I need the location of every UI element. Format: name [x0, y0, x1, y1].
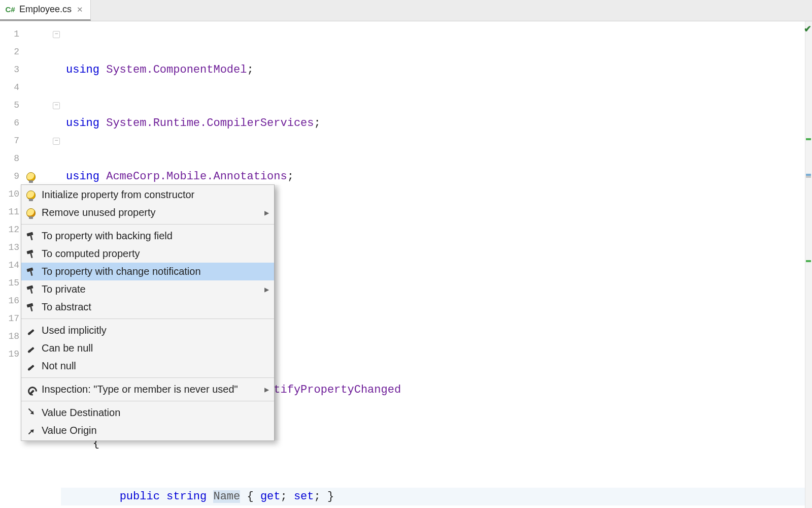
menu-item-label: To property with change notification: [42, 266, 201, 277]
menu-item[interactable]: Value Destination: [21, 404, 274, 422]
menu-item[interactable]: To abstract: [21, 298, 274, 316]
hammer-icon: [26, 267, 36, 276]
tab-bar: C# Employee.cs ✕: [0, 0, 812, 21]
menu-item[interactable]: To property with backing field: [21, 227, 274, 245]
keyword: public: [120, 490, 160, 503]
keyword: using: [66, 117, 99, 130]
pencil-icon: [26, 326, 36, 335]
menu-item-label: Value Origin: [42, 425, 97, 436]
line-number[interactable]: 14: [0, 257, 23, 274]
line-number[interactable]: 11: [0, 203, 23, 221]
line-number[interactable]: 12: [0, 221, 23, 239]
hammer-icon: [26, 232, 36, 241]
menu-separator: [21, 401, 274, 401]
file-tab[interactable]: C# Employee.cs ✕: [0, 0, 91, 21]
marker-strip[interactable]: ✔: [805, 21, 812, 508]
line-number[interactable]: 18: [0, 328, 23, 345]
marker[interactable]: [806, 176, 811, 178]
pencil-icon: [26, 344, 36, 353]
punct: ;: [247, 64, 253, 76]
menu-item-label: Initialize property from constructor: [42, 189, 194, 201]
line-number[interactable]: 19: [0, 345, 23, 363]
lightbulb-icon: [26, 190, 36, 200]
line-number[interactable]: 17: [0, 310, 23, 328]
punct: ;: [287, 170, 294, 183]
namespace: System.Runtime.CompilerServices: [106, 117, 314, 130]
line-number[interactable]: 15: [0, 274, 23, 292]
arrow-down-right-icon: [26, 408, 36, 418]
pencil-icon: [26, 362, 36, 371]
lightbulb-icon[interactable]: [26, 172, 36, 181]
menu-item[interactable]: Inspection: "Type or member is never use…: [21, 380, 274, 398]
menu-separator: [21, 377, 274, 378]
namespace: AcmeCorp.Mobile.Annotations: [106, 170, 287, 183]
selected-identifier: Name: [213, 490, 240, 503]
fold-toggle-icon[interactable]: −: [53, 102, 60, 109]
keyword: using: [66, 64, 99, 76]
menu-item[interactable]: To computed property: [21, 245, 274, 263]
wrench-icon: [26, 385, 36, 394]
menu-item-label: To abstract: [42, 301, 91, 313]
punct: {: [240, 490, 260, 503]
line-number[interactable]: 6: [0, 114, 23, 132]
submenu-indicator-icon: [264, 286, 269, 293]
menu-item-label: Inspection: "Type or member is never use…: [42, 384, 238, 395]
menu-item-label: Can be null: [42, 342, 93, 354]
submenu-indicator-icon: [264, 209, 269, 216]
hammer-icon: [26, 303, 36, 312]
type: string: [166, 490, 207, 503]
menu-item-label: Used implicitly: [42, 325, 107, 336]
analysis-ok-icon: ✔: [804, 23, 811, 35]
menu-item[interactable]: Value Origin: [21, 422, 274, 439]
line-number-gutter: 1 2 3 4 5 6 7 8 9 10 11 12 13 14 15 16 1…: [0, 21, 23, 508]
menu-item-label: To computed property: [42, 248, 140, 260]
menu-item[interactable]: Can be null: [21, 339, 274, 357]
csharp-file-icon: C#: [5, 5, 15, 15]
menu-item[interactable]: Initialize property from constructor: [21, 186, 274, 204]
hammer-icon: [26, 249, 36, 259]
namespace: System.ComponentModel: [106, 64, 247, 76]
line-number[interactable]: 4: [0, 79, 23, 97]
menu-item[interactable]: To private: [21, 280, 274, 298]
punct: ;: [314, 490, 327, 503]
keyword: using: [66, 170, 99, 183]
line-number[interactable]: 7: [0, 132, 23, 150]
menu-item-label: Not null: [42, 360, 76, 372]
line-number[interactable]: 1: [0, 25, 23, 43]
fold-toggle-icon[interactable]: −: [53, 31, 60, 38]
hammer-icon: [26, 285, 36, 294]
marker[interactable]: [806, 138, 811, 140]
keyword: set: [294, 490, 314, 503]
lightbulb-warning-icon: [26, 208, 36, 217]
punct: }: [327, 490, 334, 503]
line-number[interactable]: 5: [0, 97, 23, 114]
menu-item[interactable]: Used implicitly: [21, 322, 274, 339]
line-number[interactable]: 3: [0, 61, 23, 79]
line-number[interactable]: 10: [0, 185, 23, 203]
menu-item-label: To private: [42, 283, 86, 295]
menu-separator: [21, 319, 274, 319]
close-tab-button[interactable]: ✕: [76, 5, 84, 14]
menu-item-label: Remove unused property: [42, 207, 156, 218]
arrow-up-right-icon: [26, 426, 36, 435]
fold-toggle-icon[interactable]: −: [53, 138, 60, 145]
menu-separator: [21, 224, 274, 225]
line-number[interactable]: 8: [0, 150, 23, 168]
keyword: get: [260, 490, 281, 503]
line-number[interactable]: 9: [0, 168, 23, 185]
punct: ;: [281, 490, 294, 503]
menu-item[interactable]: Remove unused property: [21, 204, 274, 221]
punct: ;: [314, 117, 321, 130]
line-number[interactable]: 2: [0, 43, 23, 61]
submenu-indicator-icon: [264, 386, 269, 393]
line-number[interactable]: 13: [0, 239, 23, 257]
file-name-label: Employee.cs: [19, 4, 72, 15]
menu-item-label: To property with backing field: [42, 230, 173, 242]
menu-item[interactable]: To property with change notification: [21, 263, 274, 280]
menu-item[interactable]: Not null: [21, 357, 274, 375]
line-number[interactable]: 16: [0, 292, 23, 310]
menu-item-label: Value Destination: [42, 407, 120, 419]
quick-actions-menu: Initialize property from constructorRemo…: [21, 184, 275, 441]
marker[interactable]: [806, 260, 811, 262]
